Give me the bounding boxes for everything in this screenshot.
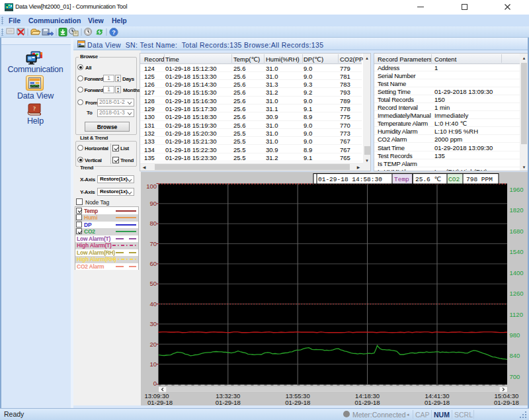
svg-text:?: ?: [112, 29, 116, 36]
svg-text:1820: 1820: [510, 206, 524, 214]
svg-text:01-29-18: 01-29-18: [147, 399, 173, 405]
svg-text:01-29-18: 01-29-18: [425, 399, 450, 405]
svg-text:1540: 1540: [510, 248, 524, 255]
svg-text:25.6 ℃: 25.6 ℃: [415, 176, 442, 183]
svg-text:13:09:30: 13:09:30: [145, 392, 169, 399]
svg-text:30: 30: [149, 320, 157, 327]
svg-text:1680: 1680: [510, 228, 524, 235]
svg-text:15:04:30: 15:04:30: [494, 392, 518, 399]
svg-text:60: 60: [149, 260, 157, 267]
svg-text:700: 700: [510, 373, 520, 380]
svg-text:01-29-18: 01-29-18: [216, 399, 241, 405]
svg-text:40: 40: [149, 300, 157, 308]
svg-text:798 PPM: 798 PPM: [466, 176, 493, 183]
svg-text:1260: 1260: [510, 290, 524, 297]
svg-text:100: 100: [146, 183, 157, 190]
svg-text:90: 90: [149, 200, 157, 207]
svg-text:70: 70: [149, 240, 157, 247]
svg-text:50: 50: [149, 280, 157, 287]
svg-text:01-29-18 14:58:30: 01-29-18 14:58:30: [318, 176, 382, 183]
svg-text:01-29-18: 01-29-18: [494, 399, 519, 405]
svg-text:?: ?: [33, 105, 36, 112]
svg-text:Temp: Temp: [394, 176, 409, 183]
svg-text:840: 840: [510, 352, 520, 359]
svg-text:1120: 1120: [510, 311, 523, 318]
svg-text:01-29-18: 01-29-18: [355, 399, 380, 405]
svg-text:0: 0: [153, 380, 157, 387]
svg-text:13:55:30: 13:55:30: [286, 392, 310, 399]
svg-text:80: 80: [149, 220, 157, 227]
svg-text:1400: 1400: [510, 269, 524, 276]
svg-text:1960: 1960: [510, 186, 524, 193]
svg-text:01-29-18: 01-29-18: [285, 399, 310, 405]
svg-text:980: 980: [510, 331, 520, 339]
svg-text:14:41:30: 14:41:30: [425, 392, 450, 399]
svg-text:14:18:30: 14:18:30: [355, 392, 380, 399]
svg-text:20: 20: [149, 341, 157, 348]
svg-text:13:32:30: 13:32:30: [216, 392, 240, 399]
svg-text:CO2: CO2: [448, 176, 460, 183]
svg-text:10: 10: [149, 360, 157, 368]
